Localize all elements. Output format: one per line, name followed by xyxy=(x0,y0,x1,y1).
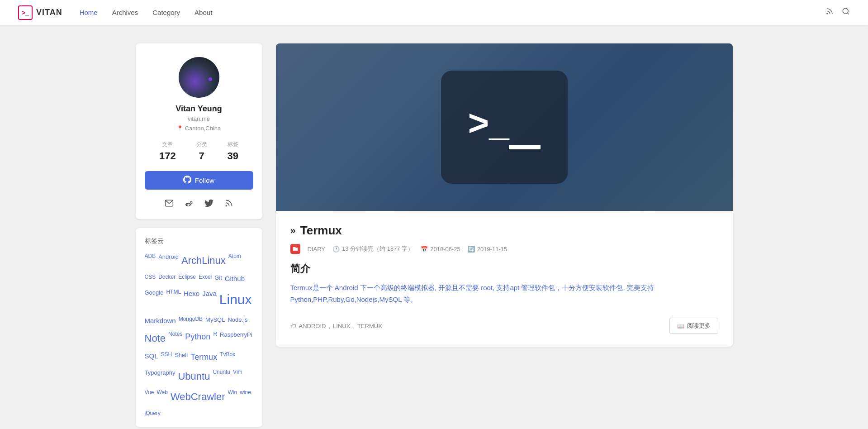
tag-mysql[interactable]: MySQL xyxy=(205,315,225,327)
post-tags: 🏷 ANDROID , LINUX , TERMUX xyxy=(290,323,382,329)
profile-card: Vitan Yeung vitan.me 📍 Canton,China 文章 1… xyxy=(136,43,262,219)
stat-tags: 标签 39 xyxy=(228,141,238,162)
post-footer: 🏷 ANDROID , LINUX , TERMUX 📖 阅读更多 xyxy=(290,318,718,334)
header-actions xyxy=(825,7,850,18)
post-read-time: 🕐 13 分钟读完（约 1877 字） xyxy=(332,245,413,253)
tag-web[interactable]: Web xyxy=(157,388,167,406)
profile-site: vitan.me xyxy=(145,115,253,122)
svg-line-2 xyxy=(847,13,849,14)
stat-articles: 文章 172 xyxy=(159,141,176,162)
github-icon xyxy=(183,176,191,185)
tag-win[interactable]: Win xyxy=(228,388,237,406)
svg-point-1 xyxy=(843,8,848,14)
tag-vue[interactable]: Vue xyxy=(145,388,154,406)
social-icons xyxy=(145,199,253,210)
location-icon: 📍 xyxy=(177,125,183,131)
email-icon[interactable] xyxy=(165,199,174,210)
tag-wine[interactable]: wine xyxy=(240,388,251,406)
avatar-wrapper xyxy=(145,57,253,98)
logo-icon: >_ xyxy=(18,5,33,20)
post-excerpt: Termux是一个 Android 下一个高级的终端模拟器, 开源且不需要 ro… xyxy=(290,282,718,305)
post-tag-linux[interactable]: LINUX xyxy=(333,323,350,329)
profile-name: Vitan Yeung xyxy=(145,104,253,114)
tag-shell[interactable]: Shell xyxy=(175,350,188,364)
tag-sql[interactable]: SQL xyxy=(145,350,158,364)
tag-cloud-card: 标签云 ADB Android ArchLinux Atom CSS Docke… xyxy=(136,228,262,427)
tag-ssh[interactable]: SSH xyxy=(161,350,172,364)
tag-css[interactable]: CSS xyxy=(145,272,156,285)
tag-termux[interactable]: Termux xyxy=(190,350,217,364)
nav-home[interactable]: Home xyxy=(73,6,104,19)
nav-archives[interactable]: Archives xyxy=(106,6,145,19)
follow-button[interactable]: Follow xyxy=(145,171,253,190)
post-category: DIARY xyxy=(308,246,326,253)
post-date-updated: 🔄 2019-11-15 xyxy=(468,246,508,253)
clock-icon: 🕐 xyxy=(332,246,340,253)
tag-note[interactable]: Note xyxy=(145,329,166,348)
tag-typography[interactable]: Typography xyxy=(145,367,175,386)
tag-git[interactable]: Git xyxy=(214,272,222,285)
rss-feed-icon[interactable] xyxy=(825,7,834,18)
tag-eclipse[interactable]: Eclipse xyxy=(178,272,196,285)
nav-about[interactable]: About xyxy=(188,6,218,19)
tag-notes[interactable]: Notes xyxy=(168,329,182,348)
tag-cloud-title: 标签云 xyxy=(145,237,253,245)
tag-r[interactable]: R xyxy=(213,329,217,348)
tag-linux[interactable]: Linux xyxy=(219,287,252,312)
tag-cloud: ADB Android ArchLinux Atom CSS Docker Ec… xyxy=(145,252,253,418)
tag-archlinux[interactable]: ArchLinux xyxy=(181,252,226,270)
main-layout: Vitan Yeung vitan.me 📍 Canton,China 文章 1… xyxy=(118,43,751,427)
terminal-cursor xyxy=(509,145,541,149)
tag-tvbox[interactable]: TvBox xyxy=(220,350,235,364)
main-nav: Home Archives Category About xyxy=(73,6,825,19)
tag-raspberrypi[interactable]: RaspberryPi xyxy=(220,329,252,348)
svg-point-0 xyxy=(827,14,828,14)
sidebar: Vitan Yeung vitan.me 📍 Canton,China 文章 1… xyxy=(136,43,262,427)
post-tag-android[interactable]: ANDROID xyxy=(299,323,326,329)
tag-adb[interactable]: ADB xyxy=(145,252,156,270)
post-tag-termux[interactable]: TERMUX xyxy=(357,323,382,329)
tag-icon: 🏷 xyxy=(290,323,296,329)
tag-atom[interactable]: Atom xyxy=(228,252,241,270)
tag-mongodb[interactable]: MongoDB xyxy=(179,315,203,327)
tag-python[interactable]: Python xyxy=(185,329,210,348)
nav-category[interactable]: Category xyxy=(146,6,186,19)
double-arrow-icon: » xyxy=(290,225,296,237)
profile-location: 📍 Canton,China xyxy=(145,125,253,132)
tag-vim[interactable]: Vim xyxy=(233,367,242,386)
tag-android[interactable]: Android xyxy=(158,252,179,270)
logo-area[interactable]: >_ VITAN xyxy=(18,5,62,20)
refresh-icon: 🔄 xyxy=(468,246,475,253)
tag-ununtu[interactable]: Ununtu xyxy=(213,367,230,386)
post-meta: DIARY 🕐 13 分钟读完（约 1877 字） 📅 2018-06-25 🔄… xyxy=(290,244,718,254)
search-icon[interactable] xyxy=(842,7,850,18)
content-area: >_ » Termux xyxy=(276,43,733,427)
tag-excel[interactable]: Excel xyxy=(199,272,212,285)
tag-hexo[interactable]: Hexo xyxy=(184,287,199,312)
tag-html[interactable]: HTML xyxy=(166,287,181,312)
twitter-icon[interactable] xyxy=(204,199,213,210)
stats-row: 文章 172 分类 7 标签 39 xyxy=(145,141,253,162)
sidebar-rss-icon[interactable] xyxy=(224,199,233,210)
tag-java[interactable]: Java xyxy=(202,287,217,312)
tag-node.js[interactable]: Node.js xyxy=(228,315,247,327)
tag-docker[interactable]: Docker xyxy=(158,272,175,285)
post-card: >_ » Termux xyxy=(276,43,733,347)
terminal-icon: >_ xyxy=(441,71,568,184)
post-date-created: 📅 2018-06-25 xyxy=(421,246,460,253)
calendar-icon: 📅 xyxy=(421,246,428,253)
tag-jquery[interactable]: jQuery xyxy=(145,409,161,419)
post-hero-image: >_ xyxy=(276,43,733,211)
tag-ubuntu[interactable]: Ubuntu xyxy=(178,367,210,386)
tag-github[interactable]: Github xyxy=(225,272,245,285)
site-header: >_ VITAN Home Archives Category About xyxy=(0,0,868,25)
weibo-icon[interactable] xyxy=(185,199,194,210)
tag-google[interactable]: Google xyxy=(145,287,164,312)
read-more-button[interactable]: 📖 阅读更多 xyxy=(669,318,718,334)
post-title-row: » Termux xyxy=(290,224,718,238)
book-icon: 📖 xyxy=(677,323,684,329)
post-body: » Termux DIARY 🕐 13 分钟读完（约 18 xyxy=(276,211,733,347)
tag-markdown[interactable]: Markdown xyxy=(145,315,176,327)
stat-categories: 分类 7 xyxy=(196,141,207,162)
tag-webcrawler[interactable]: WebCrawler xyxy=(171,388,225,406)
